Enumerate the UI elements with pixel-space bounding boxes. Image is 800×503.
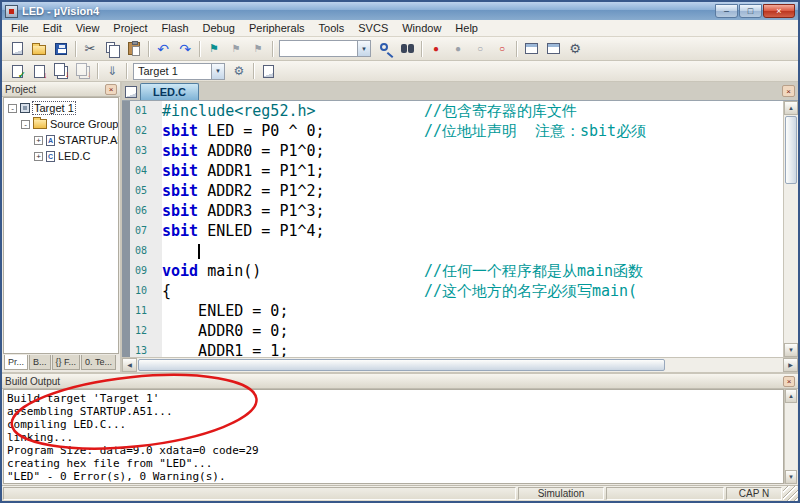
code-line-02[interactable]: 02sbit LED = P0 ^ 0; //位地址声明 注意：sbit必须: [122, 121, 783, 141]
code-line-08[interactable]: 08: [122, 241, 783, 261]
menu-flash[interactable]: Flash: [155, 20, 196, 36]
panel-tab-b[interactable]: B...: [29, 355, 51, 370]
build-target-button[interactable]: [28, 61, 50, 81]
menu-peripherals[interactable]: Peripherals: [242, 20, 312, 36]
minimize-button[interactable]: –: [715, 4, 738, 18]
code-text: sbit LED = P0 ^ 0; //位地址声明 注意：sbit必须: [162, 121, 646, 141]
bookmark-toggle-button[interactable]: ⚑: [203, 39, 225, 59]
scroll-track[interactable]: [666, 358, 783, 372]
line-number: 13: [122, 341, 162, 357]
window-controls: – □ ×: [715, 4, 795, 18]
tree-item-source-group-1[interactable]: -Source Group 1: [4, 116, 118, 132]
close-button[interactable]: ×: [763, 4, 795, 18]
build-output-text[interactable]: Build target 'Target 1'assembling STARTU…: [3, 389, 784, 484]
panel-tab-f[interactable]: {} F...: [52, 355, 81, 370]
menu-file[interactable]: File: [4, 20, 36, 36]
bookmark-next-button[interactable]: ⚑: [247, 39, 269, 59]
manage-components-button[interactable]: [257, 61, 279, 81]
panel-tab-pr[interactable]: Pr...: [4, 355, 28, 370]
breakpoint-kill-all-button[interactable]: ○: [491, 39, 513, 59]
batch-build-button[interactable]: [72, 61, 94, 81]
find-in-files-button[interactable]: [396, 39, 418, 59]
tree-item-led-c[interactable]: +CLED.C: [4, 148, 118, 164]
editor-horizontal-scrollbar[interactable]: ◀ ▶: [122, 357, 798, 372]
code-line-13[interactable]: 13 ADDR1 = 1;: [122, 341, 783, 357]
maximize-button[interactable]: □: [739, 4, 762, 18]
chevron-down-icon[interactable]: ▼: [357, 41, 370, 56]
scroll-down-icon[interactable]: ▼: [785, 470, 797, 484]
scroll-track[interactable]: [785, 403, 797, 470]
find-combo[interactable]: ▼: [279, 40, 371, 57]
download-to-flash-button[interactable]: ⇓: [101, 61, 123, 81]
editor-close-icon[interactable]: ×: [782, 85, 795, 97]
titlebar[interactable]: LED - µVision4 – □ ×: [2, 2, 798, 20]
bookmark-prev-button[interactable]: ⚑: [225, 39, 247, 59]
menu-view[interactable]: View: [69, 20, 107, 36]
tree-item-target-1[interactable]: -Target 1: [4, 100, 118, 116]
cut-button[interactable]: ✂: [79, 39, 101, 59]
code-text: sbit ADDR0 = P1^0;: [162, 141, 325, 161]
vertical-scroll-thumb[interactable]: [785, 116, 797, 184]
open-file-button[interactable]: [28, 39, 50, 59]
build-output-window-button[interactable]: [542, 39, 564, 59]
scroll-up-icon[interactable]: ▲: [785, 389, 797, 403]
copy-button[interactable]: [101, 39, 123, 59]
menu-help[interactable]: Help: [448, 20, 485, 36]
line-number: 06: [122, 201, 162, 221]
menu-debug[interactable]: Debug: [196, 20, 242, 36]
breakpoint-disable-button[interactable]: ●: [447, 39, 469, 59]
code-line-05[interactable]: 05sbit ADDR2 = P1^2;: [122, 181, 783, 201]
breakpoint-enable-all-button[interactable]: ○: [469, 39, 491, 59]
translate-file-button[interactable]: [6, 61, 28, 81]
options-for-target-button[interactable]: ⚙: [228, 61, 250, 81]
scroll-track[interactable]: [784, 185, 798, 343]
paste-button[interactable]: [123, 39, 145, 59]
code-line-11[interactable]: 11 ENLED = 0;: [122, 301, 783, 321]
code-line-12[interactable]: 12 ADDR0 = 0;: [122, 321, 783, 341]
scroll-right-icon[interactable]: ▶: [783, 358, 798, 372]
code-line-09[interactable]: 09void main() //任何一个程序都是从main函数: [122, 261, 783, 281]
project-close-icon[interactable]: ×: [105, 84, 117, 95]
editor-vertical-scrollbar[interactable]: ▲ ▼: [783, 101, 798, 357]
build-output-line: compiling LED.C...: [7, 418, 780, 431]
redo-button[interactable]: ↷: [174, 39, 196, 59]
code-line-07[interactable]: 07sbit ENLED = P1^4;: [122, 221, 783, 241]
chevron-down-icon[interactable]: ▼: [211, 64, 224, 79]
rebuild-all-button[interactable]: [50, 61, 72, 81]
code-line-03[interactable]: 03sbit ADDR0 = P1^0;: [122, 141, 783, 161]
expand-icon[interactable]: +: [34, 136, 43, 145]
resize-grip[interactable]: [783, 486, 798, 501]
menu-svcs[interactable]: SVCS: [351, 20, 395, 36]
tree-item-startup-a51[interactable]: +ASTARTUP.A51: [4, 132, 118, 148]
code-line-01[interactable]: 01#include<reg52.h> //包含寄存器的库文件: [122, 101, 783, 121]
editor-tab-ledc[interactable]: LED.C: [140, 83, 199, 100]
collapse-icon[interactable]: -: [21, 120, 30, 129]
collapse-icon[interactable]: -: [8, 104, 17, 113]
project-tree[interactable]: -Target 1-Source Group 1+ASTARTUP.A51+CL…: [3, 97, 119, 354]
panel-tab-te[interactable]: 0. Te...: [81, 355, 116, 370]
status-spacer: [606, 487, 724, 500]
code-line-10[interactable]: 10{ //这个地方的名字必须写main(: [122, 281, 783, 301]
menu-project[interactable]: Project: [106, 20, 154, 36]
undo-button[interactable]: ↶: [152, 39, 174, 59]
configure-button[interactable]: ⚙: [564, 39, 586, 59]
build-output-scrollbar[interactable]: ▲ ▼: [784, 389, 797, 484]
build-output-close-icon[interactable]: ×: [783, 376, 795, 387]
scroll-left-icon[interactable]: ◀: [122, 358, 137, 372]
menu-window[interactable]: Window: [395, 20, 448, 36]
horizontal-scroll-thumb[interactable]: [138, 359, 665, 371]
code-line-06[interactable]: 06sbit ADDR3 = P1^3;: [122, 201, 783, 221]
project-window-button[interactable]: [520, 39, 542, 59]
expand-icon[interactable]: +: [34, 152, 43, 161]
scroll-up-icon[interactable]: ▲: [784, 101, 798, 115]
find-button[interactable]: [374, 39, 396, 59]
code-line-04[interactable]: 04sbit ADDR1 = P1^1;: [122, 161, 783, 181]
new-file-button[interactable]: [6, 39, 28, 59]
menu-tools[interactable]: Tools: [312, 20, 352, 36]
editor-code[interactable]: 01#include<reg52.h> //包含寄存器的库文件02sbit LE…: [122, 101, 783, 357]
save-all-button[interactable]: [50, 39, 72, 59]
target-select[interactable]: Target 1▼: [133, 63, 225, 80]
menu-edit[interactable]: Edit: [36, 20, 69, 36]
breakpoint-toggle-button[interactable]: ●: [425, 39, 447, 59]
scroll-down-icon[interactable]: ▼: [784, 343, 798, 357]
